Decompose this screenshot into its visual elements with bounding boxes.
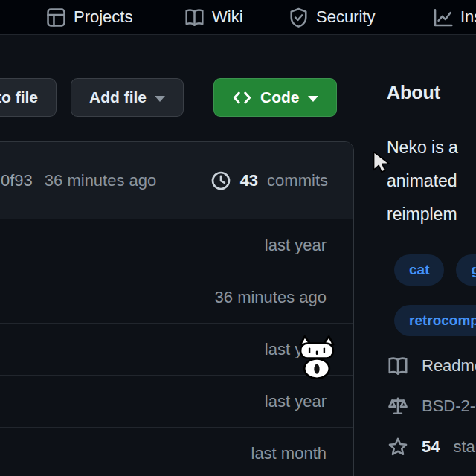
commit-count-label: commits [267, 171, 328, 190]
tab-insights[interactable]: Insights [433, 0, 476, 34]
file-updated-time[interactable]: last month [251, 444, 327, 463]
license-label: BSD-2-Clause license [422, 396, 476, 416]
file-updated-time[interactable]: 36 minutes ago [215, 288, 327, 307]
commit-history-link[interactable]: 43 commits [210, 170, 328, 191]
about-title: About [387, 82, 440, 103]
book-icon [184, 7, 205, 28]
commit-sha[interactable]: 0f93 [1, 171, 33, 190]
latest-commit-link[interactable]: 0f93 36 minutes ago [1, 171, 156, 190]
go-to-file-button[interactable]: Go to file [0, 78, 57, 117]
topic-retrocomputing[interactable]: retrocomputing [394, 305, 476, 336]
add-file-label: Add file [89, 89, 147, 106]
tab-security[interactable]: Security [289, 0, 375, 34]
tab-label: Projects [74, 7, 132, 27]
table-row[interactable]: last year [0, 376, 353, 428]
about-description-line: animated [387, 164, 476, 198]
readme-label: Readme [422, 356, 476, 376]
stars-label: stars [453, 437, 476, 457]
table-row[interactable]: 36 minutes ago [0, 271, 353, 324]
commit-time: 36 minutes ago [45, 171, 156, 190]
about-description: Neko is a animated reimplem [387, 131, 476, 231]
topic-go[interactable]: go [456, 254, 476, 286]
file-list-panel: 0f93 36 minutes ago 43 commits last year… [0, 141, 354, 476]
graph-icon [433, 7, 453, 28]
star-icon [387, 437, 408, 457]
file-updated-time[interactable]: last year [265, 392, 327, 411]
code-button[interactable]: Code [213, 78, 337, 117]
topic-list: cat go retrocomputing [394, 254, 476, 336]
table-row[interactable]: last month [0, 428, 353, 476]
neko-cat-sprite [299, 335, 335, 379]
tab-label: Security [316, 7, 375, 27]
about-description-line: reimplem [387, 198, 476, 231]
table-row[interactable]: last year [0, 219, 353, 271]
tab-label: Insights [460, 7, 476, 27]
tab-label: Wiki [212, 7, 243, 27]
readme-link[interactable]: Readme [387, 356, 476, 376]
about-description-line: Neko is a [387, 131, 476, 164]
history-icon [210, 170, 231, 191]
commit-bar: 0f93 36 minutes ago 43 commits [0, 142, 353, 219]
chevron-down-icon [155, 96, 165, 102]
commit-count: 43 [240, 171, 258, 190]
repo-tab-nav: Actions Projects Wiki Security Insights [0, 0, 476, 35]
mouse-cursor [373, 151, 390, 174]
chevron-down-icon [308, 96, 318, 102]
license-link[interactable]: BSD-2-Clause license [387, 396, 476, 416]
topic-cat[interactable]: cat [394, 254, 444, 286]
table-icon [46, 7, 66, 28]
go-to-file-label: Go to file [0, 89, 38, 106]
code-icon [232, 88, 252, 108]
tab-projects[interactable]: Projects [46, 0, 132, 34]
file-updated-time[interactable]: last year [265, 236, 327, 255]
github-repo-page: Actions Projects Wiki Security Insights … [0, 0, 476, 476]
add-file-button[interactable]: Add file [71, 78, 184, 117]
stars-count: 54 [422, 437, 440, 457]
shield-icon [289, 7, 309, 28]
code-label: Code [260, 89, 300, 106]
tab-wiki[interactable]: Wiki [184, 0, 243, 34]
book-icon [387, 356, 408, 376]
law-icon [387, 396, 408, 416]
stars-link[interactable]: 54 stars [387, 437, 476, 457]
